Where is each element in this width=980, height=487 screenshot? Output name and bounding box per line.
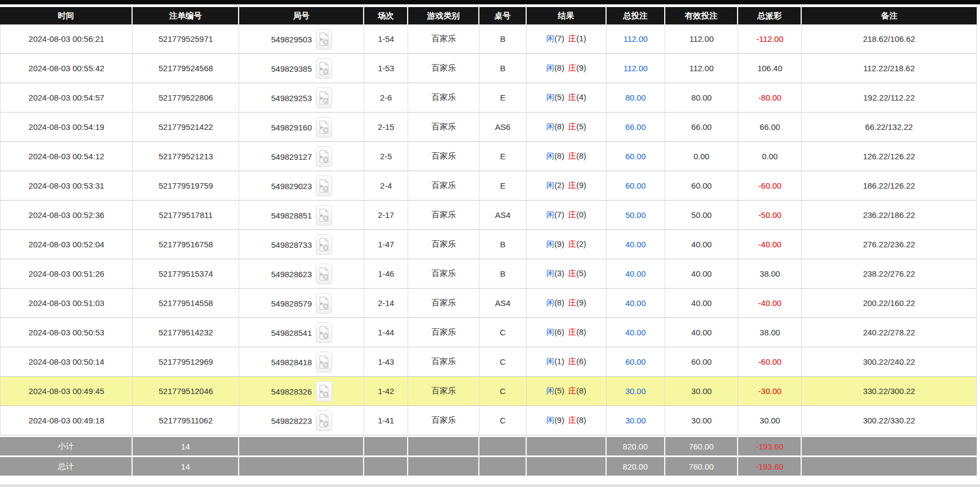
cell-remark: 240.22/278.22 xyxy=(802,318,977,347)
cell-result: 闲(7)庄(1) xyxy=(527,24,607,54)
cell-remark: 126.22/126.22 xyxy=(802,142,977,171)
result-player-label: 闲 xyxy=(546,239,554,248)
cell-result: 闲(9)庄(8) xyxy=(527,406,607,435)
video-replay-button[interactable] xyxy=(316,117,332,138)
result-player-score: (9) xyxy=(554,239,564,248)
cell-session: 1-47 xyxy=(364,230,408,259)
result-player-label: 闲 xyxy=(546,415,554,424)
video-replay-button[interactable] xyxy=(316,58,332,79)
result-banker-label: 庄 xyxy=(568,122,576,131)
col-header-result: 结果 xyxy=(527,7,607,24)
result-player-label: 闲 xyxy=(546,327,554,336)
table-row[interactable]: 2024-08-03 00:49:18 521779511062 5498282… xyxy=(0,406,977,435)
cell-session: 1-53 xyxy=(364,54,408,83)
video-replay-button[interactable] xyxy=(316,88,332,108)
cell-session: 1-46 xyxy=(364,259,408,289)
video-replay-button[interactable] xyxy=(316,176,332,196)
cell-round-no: 549829160 xyxy=(239,113,364,142)
cell-total-bet: 40.00 xyxy=(607,230,665,259)
table-row[interactable]: 2024-08-03 00:52:04 521779516758 5498287… xyxy=(0,230,977,259)
table-row[interactable]: 2024-08-03 00:50:53 521779514232 5498285… xyxy=(0,318,977,347)
video-file-icon xyxy=(319,384,329,398)
cell-result: 闲(3)庄(5) xyxy=(527,259,607,289)
cell-session: 1-42 xyxy=(364,377,408,406)
cell-table-no: C xyxy=(479,377,526,406)
cell-table-no: B xyxy=(479,230,526,259)
cell-session: 2-5 xyxy=(364,142,408,171)
table-header-row: 时间 注单编号 局号 场次 游戏类别 桌号 结果 总投注 有效投注 总派彩 备注 xyxy=(0,7,977,24)
result-banker-score: (8) xyxy=(576,415,586,424)
cell-valid-bet: 40.00 xyxy=(665,259,739,289)
cell-time: 2024-08-03 00:55:42 xyxy=(0,54,133,83)
cell-payout: 66.00 xyxy=(738,113,802,142)
cell-valid-bet: 50.00 xyxy=(665,201,739,230)
cell-valid-bet: 66.00 xyxy=(665,113,739,142)
round-number: 549828326 xyxy=(271,386,312,396)
cell-result: 闲(8)庄(9) xyxy=(527,54,607,83)
cell-remark: 300.22/240.22 xyxy=(802,347,977,377)
col-header-order-no: 注单编号 xyxy=(133,7,239,24)
cell-payout: -80.00 xyxy=(738,83,802,113)
cell-valid-bet: 60.00 xyxy=(665,347,739,377)
cell-valid-bet: 40.00 xyxy=(665,318,739,347)
table-row[interactable]: 2024-08-03 00:49:45 521779512046 5498283… xyxy=(0,377,977,406)
video-replay-button[interactable] xyxy=(316,410,332,431)
col-header-session: 场次 xyxy=(364,7,408,24)
summary-valid-bet: 760.00 xyxy=(665,455,739,476)
cell-game-type: 百家乐 xyxy=(408,347,479,377)
cell-order-no: 521779524568 xyxy=(133,54,239,83)
cell-payout: -30.00 xyxy=(738,377,802,406)
table-row[interactable]: 2024-08-03 00:56:21 521779525971 5498295… xyxy=(0,24,977,54)
cell-remark: 200.22/160.22 xyxy=(802,289,977,318)
table-row[interactable]: 2024-08-03 00:54:12 521779521213 5498291… xyxy=(0,142,977,171)
cell-table-no: E xyxy=(479,171,526,201)
cell-valid-bet: 40.00 xyxy=(665,230,739,259)
video-replay-button[interactable] xyxy=(316,381,332,402)
summary-total-bet: 820.00 xyxy=(607,435,665,455)
table-row[interactable]: 2024-08-03 00:51:03 521779514558 5498285… xyxy=(0,289,977,318)
cell-session: 1-54 xyxy=(364,24,408,54)
cell-game-type: 百家乐 xyxy=(408,406,479,435)
result-banker-label: 庄 xyxy=(568,239,576,248)
video-replay-button[interactable] xyxy=(316,205,332,226)
table-row[interactable]: 2024-08-03 00:52:36 521779517811 5498288… xyxy=(0,201,977,230)
table-row[interactable]: 2024-08-03 00:55:42 521779524568 5498293… xyxy=(0,54,977,83)
cell-session: 2-4 xyxy=(364,171,408,201)
cell-result: 闲(8)庄(5) xyxy=(527,113,607,142)
video-replay-button[interactable] xyxy=(316,264,332,284)
top-bar xyxy=(0,0,980,4)
result-player-score: (8) xyxy=(554,298,564,307)
cell-session: 2-6 xyxy=(364,83,408,113)
result-banker-score: (8) xyxy=(576,327,586,336)
table-row[interactable]: 2024-08-03 00:54:19 521779521422 5498291… xyxy=(0,113,977,142)
result-banker-label: 庄 xyxy=(568,386,576,395)
table-row[interactable]: 2024-08-03 00:53:31 521779519759 5498290… xyxy=(0,171,977,201)
summary-label: 小计 xyxy=(0,435,133,455)
video-file-icon xyxy=(319,149,329,164)
cell-time: 2024-08-03 00:52:36 xyxy=(0,201,133,230)
video-replay-button[interactable] xyxy=(316,146,332,167)
video-replay-button[interactable] xyxy=(316,234,332,255)
table-row[interactable]: 2024-08-03 00:50:14 521779512969 5498284… xyxy=(0,347,977,377)
result-banker-score: (8) xyxy=(576,386,586,395)
cell-table-no: C xyxy=(479,347,526,377)
video-file-icon xyxy=(319,414,329,428)
cell-table-no: AS4 xyxy=(479,289,526,318)
result-banker-label: 庄 xyxy=(568,415,576,424)
video-replay-button[interactable] xyxy=(316,322,332,343)
cell-game-type: 百家乐 xyxy=(408,54,479,83)
summary-valid-bet: 760.00 xyxy=(665,435,739,455)
cell-time: 2024-08-03 00:52:04 xyxy=(0,230,133,259)
cell-total-bet: 60.00 xyxy=(607,347,665,377)
cell-result: 闲(8)庄(9) xyxy=(527,289,607,318)
video-replay-button[interactable] xyxy=(316,352,332,372)
cell-round-no: 549829127 xyxy=(239,142,364,171)
table-row[interactable]: 2024-08-03 00:54:57 521779522806 5498292… xyxy=(0,83,977,113)
cell-total-bet: 50.00 xyxy=(607,201,665,230)
round-number: 549828733 xyxy=(271,240,312,249)
video-replay-button[interactable] xyxy=(316,29,332,49)
cell-round-no: 549828851 xyxy=(239,201,364,230)
table-row[interactable]: 2024-08-03 00:51:26 521779515374 5498286… xyxy=(0,259,977,289)
cell-order-no: 521779512969 xyxy=(133,347,239,377)
video-replay-button[interactable] xyxy=(316,293,332,314)
